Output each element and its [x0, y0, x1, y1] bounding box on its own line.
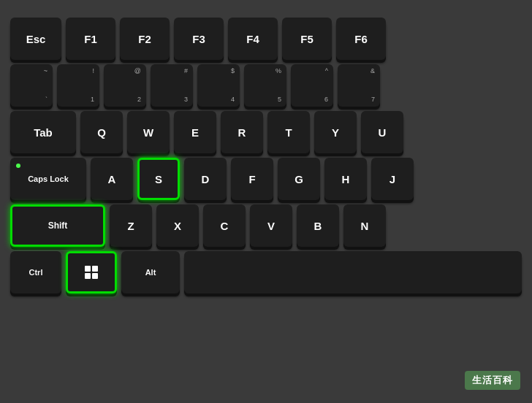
key-n[interactable]: N — [343, 204, 386, 247]
key-t[interactable]: T — [267, 111, 310, 153]
key-caps-lock[interactable]: Caps Lock — [10, 158, 86, 200]
key-f5[interactable]: F5 — [282, 18, 332, 60]
key-a[interactable]: A — [91, 158, 133, 200]
key-f2[interactable]: F2 — [120, 18, 170, 60]
key-z[interactable]: Z — [110, 204, 152, 247]
key-f3[interactable]: F3 — [174, 18, 224, 60]
key-3[interactable]: # 3 — [151, 64, 193, 107]
key-f1[interactable]: F1 — [66, 18, 115, 60]
watermark: 生活百科 — [465, 371, 520, 390]
bottom-row: Ctrl Alt — [10, 251, 522, 293]
key-w[interactable]: W — [127, 111, 170, 153]
caps-lock-indicator — [16, 164, 20, 168]
key-5[interactable]: % 5 — [244, 64, 286, 107]
key-c[interactable]: C — [203, 204, 246, 247]
key-s[interactable]: S — [137, 158, 180, 200]
key-j[interactable]: J — [371, 158, 414, 200]
zxcv-row: Shift Z X C V B N — [10, 204, 522, 247]
keyboard: Esc F1 F2 F3 F4 F5 F6 ~ ` ! 1 @ — [3, 4, 529, 399]
key-shift[interactable]: Shift — [10, 204, 105, 247]
key-e[interactable]: E — [174, 111, 216, 153]
key-win[interactable] — [66, 251, 117, 293]
key-b[interactable]: B — [297, 204, 339, 247]
key-f4[interactable]: F4 — [228, 18, 278, 60]
key-u[interactable]: U — [361, 111, 403, 153]
key-f6[interactable]: F6 — [336, 18, 386, 60]
qwerty-row: Tab Q W E R T Y U — [10, 111, 522, 153]
key-q[interactable]: Q — [80, 111, 123, 153]
key-4[interactable]: $ 4 — [197, 64, 240, 107]
key-h[interactable]: H — [324, 158, 367, 200]
key-ctrl[interactable]: Ctrl — [10, 251, 61, 293]
fn-row: Esc F1 F2 F3 F4 F5 F6 — [10, 18, 522, 60]
key-tilde[interactable]: ~ ` — [10, 64, 53, 107]
key-v[interactable]: V — [250, 204, 292, 247]
key-alt[interactable]: Alt — [121, 251, 180, 293]
key-1[interactable]: ! 1 — [57, 64, 99, 107]
key-2[interactable]: @ 2 — [104, 64, 146, 107]
key-r[interactable]: R — [221, 111, 263, 153]
key-g[interactable]: G — [278, 158, 320, 200]
asdf-row: Caps Lock A S D F G H J — [10, 158, 522, 200]
key-d[interactable]: D — [184, 158, 227, 200]
key-7[interactable]: & 7 — [338, 64, 380, 107]
key-esc[interactable]: Esc — [10, 18, 61, 60]
key-6[interactable]: ^ 6 — [291, 64, 333, 107]
key-f[interactable]: F — [231, 158, 273, 200]
windows-icon — [85, 266, 98, 279]
key-x[interactable]: X — [156, 204, 199, 247]
number-row: ~ ` ! 1 @ 2 # 3 $ 4 % 5 ^ 6 & 7 — [10, 64, 522, 107]
key-y[interactable]: Y — [314, 111, 357, 153]
key-spacebar[interactable] — [184, 251, 522, 293]
key-tab[interactable]: Tab — [10, 111, 76, 153]
